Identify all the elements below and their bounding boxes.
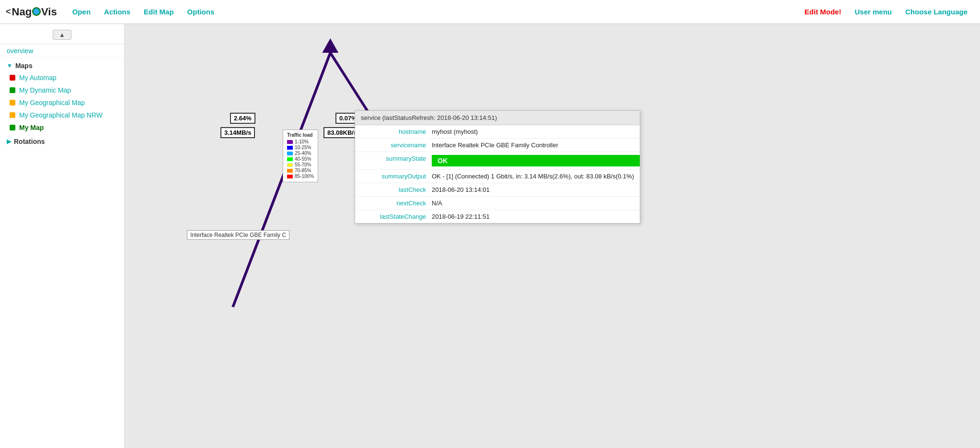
legend-swatch-6 — [287, 175, 293, 178]
geomap-nrw-status-dot — [10, 112, 15, 118]
nav-actions[interactable]: Actions — [104, 8, 130, 16]
legend-swatch-1 — [287, 146, 293, 150]
edit-mode-link[interactable]: Edit Mode! — [805, 8, 842, 16]
legend-row-1: 10-25% — [287, 145, 314, 150]
legend-swatch-3 — [287, 157, 293, 161]
legend-swatch-5 — [287, 169, 293, 173]
sidebar-rotations-section[interactable]: ▶ Rotations — [0, 134, 124, 149]
sidebar-overview[interactable]: overview — [0, 44, 124, 58]
dynamicmap-label: My Dynamic Map — [19, 86, 71, 94]
nav-editmap[interactable]: Edit Map — [144, 8, 174, 16]
map-area: 2.64% 3.14MB/s 0.07% 83.08KB/s Traffic l… — [125, 24, 980, 448]
geomap-nrw-label: My Geographical Map NRW — [19, 111, 103, 119]
tooltip-val-lastcheck: 2018-06-20 13:14:01 — [432, 186, 640, 193]
mymap-label: My Map — [19, 124, 44, 131]
maps-section-label: Maps — [15, 62, 33, 70]
rotations-arrow-icon: ▶ — [7, 138, 11, 145]
nav-options[interactable]: Options — [187, 8, 215, 16]
sidebar-top: ▲ — [0, 28, 124, 44]
logo-vis: Vis — [41, 6, 57, 18]
tooltip-key-summaryoutput: summaryOutput — [355, 173, 432, 180]
legend-row-6: 85-100% — [287, 174, 314, 179]
tooltip-row-nextcheck: nextCheck N/A — [355, 197, 640, 210]
automap-label: My Automap — [19, 74, 57, 82]
layout: ▲ overview ▼ Maps My Automap My Dynamic … — [0, 24, 980, 448]
legend-label-1: 10-25% — [295, 145, 311, 150]
tooltip-row-lastcheck: lastCheck 2018-06-20 13:14:01 — [355, 183, 640, 197]
tooltip-key-lastcheck: lastCheck — [355, 186, 432, 193]
tooltip-row-summaryoutput: summaryOutput OK - [1] (Connected) 1 Gbi… — [355, 170, 640, 183]
tooltip-key-servicename: servicename — [355, 141, 432, 149]
logo-eye-icon — [32, 7, 41, 16]
legend-row-5: 70-85% — [287, 168, 314, 173]
choose-language-link[interactable]: Choose Language — [905, 8, 968, 16]
sidebar-item-geomap-nrw[interactable]: My Geographical Map NRW — [0, 109, 124, 121]
tooltip-row-hostname: hostname myhost (myhost) — [355, 125, 640, 139]
nav-open[interactable]: Open — [72, 8, 91, 16]
legend-row-2: 25-40% — [287, 151, 314, 156]
traffic-legend: Traffic load 1-10% 10-25% 25-40% 40-55% … — [283, 130, 318, 182]
tooltip-header: service (lastStatusRefresh: 2018-06-20 1… — [355, 111, 640, 125]
sidebar-item-mymap[interactable]: My Map — [0, 121, 124, 134]
logo: < Nag Vis — [6, 6, 57, 18]
tooltip-key-hostname: hostname — [355, 128, 432, 135]
tooltip-val-summarystate: OK — [432, 155, 640, 166]
rotations-label: Rotations — [14, 138, 45, 145]
legend-title: Traffic load — [287, 132, 314, 138]
tooltip-key-nextcheck: nextCheck — [355, 200, 432, 207]
sidebar-maps-section[interactable]: ▼ Maps — [0, 58, 124, 71]
tooltip-val-nextcheck: N/A — [432, 200, 640, 207]
legend-label-2: 25-40% — [295, 151, 311, 156]
iface-label[interactable]: Interface Realtek PCIe GBE Family C — [187, 230, 289, 240]
legend-label-4: 55-70% — [295, 162, 311, 167]
legend-swatch-2 — [287, 152, 293, 155]
legend-swatch-0 — [287, 140, 293, 144]
geomap-label: My Geographical Map — [19, 99, 85, 106]
logo-lt: < — [6, 7, 11, 17]
sidebar-top-button[interactable]: ▲ — [53, 30, 71, 40]
sidebar-item-dynamicmap[interactable]: My Dynamic Map — [0, 84, 124, 96]
logo-nag: Nag — [12, 6, 32, 18]
legend-row-4: 55-70% — [287, 162, 314, 167]
topnav: < Nag Vis Open Actions Edit Map Options … — [0, 0, 980, 24]
legend-swatch-4 — [287, 163, 293, 167]
tooltip-key-summarystate: summaryState — [355, 155, 432, 162]
mymap-status-dot — [10, 125, 15, 130]
sidebar: ▲ overview ▼ Maps My Automap My Dynamic … — [0, 24, 125, 448]
bw-left-speed: 3.14MB/s — [220, 127, 255, 138]
tooltip-val-summaryoutput: OK - [1] (Connected) 1 Gbit/s, in: 3.14 … — [432, 173, 640, 180]
tooltip-val-servicename: Interface Realtek PCIe GBE Family Contro… — [432, 141, 640, 149]
legend-row-0: 1-10% — [287, 139, 314, 144]
svg-marker-2 — [322, 38, 338, 53]
sidebar-item-geomap[interactable]: My Geographical Map — [0, 96, 124, 109]
tooltip-val-laststatechange: 2018-06-19 22:11:51 — [432, 213, 640, 220]
legend-label-6: 85-100% — [295, 174, 314, 179]
legend-label-5: 70-85% — [295, 168, 311, 173]
tooltip-row-servicename: servicename Interface Realtek PCIe GBE F… — [355, 139, 640, 152]
legend-row-3: 40-55% — [287, 156, 314, 162]
geomap-status-dot — [10, 100, 15, 106]
bw-left-pct: 2.64% — [230, 113, 255, 124]
tooltip-popup: service (lastStatusRefresh: 2018-06-20 1… — [355, 110, 640, 224]
tooltip-key-laststatechange: lastStateChange — [355, 213, 432, 220]
automap-status-dot — [10, 75, 15, 81]
sidebar-item-automap[interactable]: My Automap — [0, 71, 124, 84]
tooltip-val-hostname: myhost (myhost) — [432, 128, 640, 135]
legend-label-0: 1-10% — [295, 139, 309, 144]
tooltip-row-summarystate: summaryState OK — [355, 152, 640, 170]
user-menu-link[interactable]: User menu — [854, 8, 892, 16]
legend-label-3: 40-55% — [295, 156, 311, 162]
maps-arrow-icon: ▼ — [7, 62, 12, 69]
dynamicmap-status-dot — [10, 87, 15, 93]
tooltip-row-laststatechange: lastStateChange 2018-06-19 22:11:51 — [355, 210, 640, 223]
